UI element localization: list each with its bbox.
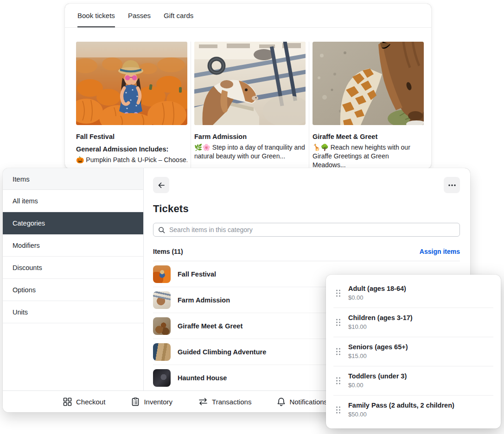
ticket-type-name: Family Pass (2 adults, 2 children) — [348, 402, 491, 409]
item-name: Farm Admission — [178, 296, 230, 304]
items-count-label: Items (11) — [153, 248, 183, 255]
item-name: Haunted House — [178, 374, 227, 382]
sidebar-item-options[interactable]: Options — [3, 279, 143, 301]
ticket-type-row-adult[interactable]: Adult (ages 18-64) $0.00 — [326, 279, 501, 308]
nav-label: Transactions — [212, 398, 251, 406]
sidebar-title: Items — [3, 168, 143, 190]
tab-passes[interactable]: Passes — [128, 4, 151, 27]
fall-festival-photo — [76, 42, 187, 125]
ticket-type-row-family-pass[interactable]: Family Pass (2 adults, 2 children) $50.0… — [326, 396, 501, 424]
ticket-type-price: $0.00 — [348, 294, 491, 301]
nav-item-checkout[interactable]: Checkout — [63, 397, 105, 406]
inventory-clipboard-icon — [131, 397, 140, 406]
drag-handle-icon[interactable] — [336, 348, 341, 356]
product-cards: Fall Festival General Admission Includes… — [65, 28, 431, 169]
drag-handle-icon[interactable] — [336, 377, 341, 385]
sidebar-item-modifiers[interactable]: Modifiers — [3, 234, 143, 257]
ticket-type-name: Children (ages 3-17) — [348, 314, 491, 321]
nav-item-notifications[interactable]: Notifications — [277, 397, 327, 406]
card-title: Giraffe Meet & Greet — [313, 133, 424, 140]
climbing-thumbnail — [153, 343, 171, 361]
booking-tabs: Book tickets Passes Gift cards — [65, 4, 431, 28]
drag-handle-icon[interactable] — [336, 319, 341, 327]
ticket-type-row-seniors[interactable]: Seniors (ages 65+) $15.00 — [326, 337, 501, 366]
ticket-type-row-children[interactable]: Children (ages 3-17) $10.00 — [326, 308, 501, 337]
search-box — [153, 223, 460, 237]
ticket-type-name: Toddlers (under 3) — [348, 372, 491, 380]
card-giraffe-meet-greet[interactable]: Giraffe Meet & Greet 🦒🌳 Reach new height… — [313, 42, 424, 169]
checkout-grid-icon — [63, 397, 72, 406]
card-description: 🎃 Pumpkin Patch & U-Pick – Choose... — [76, 156, 187, 164]
card-description: 🌿🌸 Step into a day of tranquility and na… — [194, 143, 306, 161]
item-name: Fall Festival — [178, 270, 216, 278]
farm-admission-thumbnail — [153, 291, 171, 309]
tab-book-tickets[interactable]: Book tickets — [77, 4, 115, 27]
nav-label: Notifications — [289, 398, 327, 406]
notifications-bell-icon — [277, 397, 285, 406]
back-button[interactable] — [153, 177, 169, 193]
giraffe-photo — [313, 42, 424, 125]
card-fall-festival[interactable]: Fall Festival General Admission Includes… — [76, 42, 187, 169]
item-name: Guided Climbing Adventure — [178, 348, 266, 356]
card-description: 🦒🌳 Reach new heights with our Giraffe Gr… — [313, 143, 424, 169]
booking-window: Book tickets Passes Gift cards — [65, 4, 431, 169]
giraffe-thumbnail — [153, 317, 171, 335]
sidebar-item-categories[interactable]: Categories — [3, 212, 143, 234]
items-sidebar: Items All items Categories Modifiers Dis… — [3, 168, 144, 390]
drag-handle-icon[interactable] — [336, 289, 341, 297]
ticket-type-price: $10.00 — [348, 323, 491, 330]
ticket-type-price: $0.00 — [348, 382, 491, 389]
fall-festival-thumbnail — [153, 265, 171, 283]
haunted-house-thumbnail — [153, 369, 171, 387]
ticket-type-price: $50.00 — [348, 411, 491, 418]
farm-admission-photo — [194, 42, 306, 125]
pumpkin-patch-illustration — [76, 42, 187, 125]
item-name: Giraffe Meet & Greet — [178, 322, 242, 330]
nav-item-inventory[interactable]: Inventory — [131, 397, 172, 406]
card-divider — [309, 42, 309, 168]
sidebar-item-all-items[interactable]: All items — [3, 190, 143, 212]
ticket-type-name: Seniors (ages 65+) — [348, 343, 491, 351]
ticket-type-row-toddlers[interactable]: Toddlers (under 3) $0.00 — [326, 366, 501, 395]
ellipsis-icon — [448, 184, 456, 186]
page-title: Tickets — [153, 203, 460, 215]
giraffe-illustration — [313, 42, 424, 125]
ticket-type-name: Adult (ages 18-64) — [348, 285, 491, 292]
ticket-type-price: $15.00 — [348, 352, 491, 359]
search-input[interactable] — [169, 226, 455, 233]
nav-label: Inventory — [144, 398, 172, 406]
tab-gift-cards[interactable]: Gift cards — [164, 4, 193, 27]
card-subtitle: General Admission Includes: — [76, 145, 187, 153]
card-farm-admission[interactable]: Farm Admission 🌿🌸 Step into a day of tra… — [194, 42, 306, 169]
sidebar-item-units[interactable]: Units — [3, 301, 143, 323]
farm-goat-illustration — [194, 42, 306, 125]
ticket-types-panel: Adult (ages 18-64) $0.00 Children (ages … — [326, 275, 501, 428]
arrow-left-icon — [157, 181, 166, 189]
assign-items-link[interactable]: Assign items — [420, 248, 460, 255]
card-title: Farm Admission — [194, 133, 306, 140]
drag-handle-icon[interactable] — [336, 406, 341, 414]
transactions-arrows-icon — [198, 398, 208, 405]
nav-item-transactions[interactable]: Transactions — [198, 398, 251, 406]
nav-label: Checkout — [76, 398, 105, 406]
card-divider — [191, 42, 191, 168]
card-title: Fall Festival — [76, 133, 187, 140]
more-options-button[interactable] — [444, 177, 460, 193]
search-icon — [158, 226, 165, 233]
sidebar-item-discounts[interactable]: Discounts — [3, 257, 143, 279]
